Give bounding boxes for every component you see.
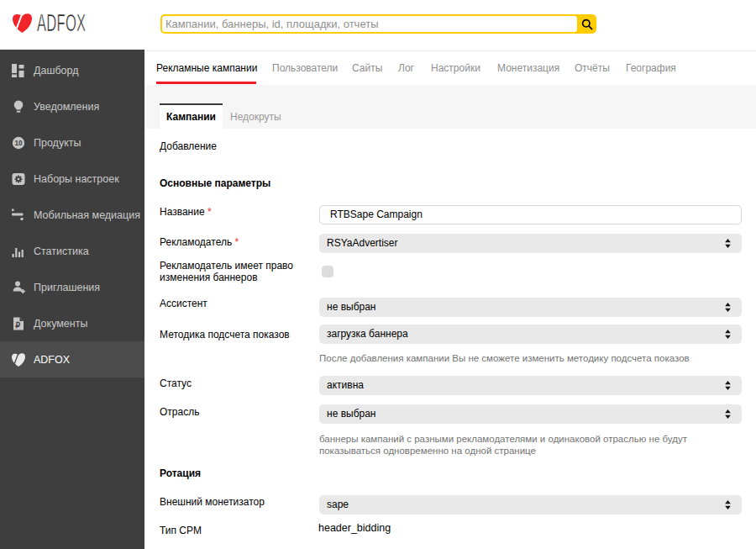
svg-text:10: 10 (14, 140, 23, 147)
svg-text:₽: ₽ (15, 320, 20, 329)
